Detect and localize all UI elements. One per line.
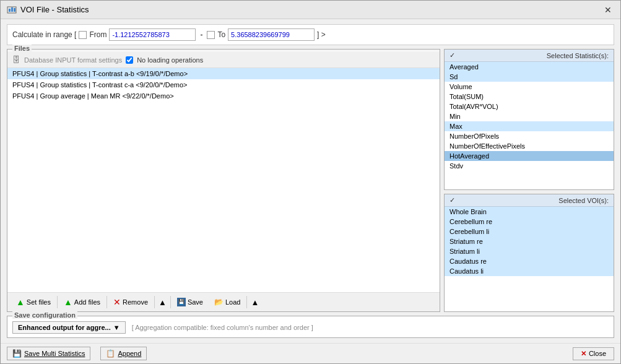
sep3	[154, 296, 155, 308]
save-config-row: Enhanced output for aggre... ▼ [ Aggrega…	[12, 321, 609, 334]
list-item[interactable]: PFUS4 | Group average | Mean MR <9/22/0/…	[7, 90, 440, 102]
from-checkbox[interactable]	[79, 31, 87, 39]
middle-section: Files 🗄 Database INPUT format settings N…	[7, 49, 614, 312]
vois-list: Whole Brain Cerebellum re Cerebellum li …	[445, 207, 614, 311]
title-bar: VOI File - Statistics ✕	[1, 1, 620, 19]
save-multi-stats-button[interactable]: 💾 Save Multi Statistics	[7, 347, 90, 360]
files-footer: ▲ Set files ▲ Add files ✕ Remove ▲	[7, 293, 440, 311]
range-dash: -	[198, 30, 204, 39]
voi-item-caudatusre[interactable]: Caudatus re	[445, 256, 614, 266]
remove-button[interactable]: ✕ Remove	[108, 295, 153, 309]
stat-item-numeffpixels[interactable]: NumberOfEffectivePixels	[445, 141, 614, 151]
voi-item-wholebrain[interactable]: Whole Brain	[445, 207, 614, 217]
up-arrow-icon: ▲	[156, 298, 169, 307]
range-bar: Calculate in range [ From - To ] >	[7, 24, 614, 45]
append-icon: 📋	[106, 349, 115, 358]
list-item[interactable]: PFUS4 | Group statistics | T-contrast c-…	[7, 79, 440, 90]
no-loading-checkbox[interactable]	[126, 56, 133, 64]
svg-rect-3	[14, 8, 15, 12]
bottom-left: 💾 Save Multi Statistics 📋 Append	[7, 347, 147, 360]
title-bar-left: VOI File - Statistics	[7, 5, 89, 15]
stat-item-totalavrvol[interactable]: Total(AVR*VOL)	[445, 102, 614, 111]
remove-icon: ✕	[113, 297, 121, 307]
stat-item-hotaveraged[interactable]: HotAveraged	[445, 151, 614, 161]
main-window: VOI File - Statistics ✕ Calculate in ran…	[0, 0, 621, 364]
files-list: PFUS4 | Group statistics | T-contrast a-…	[7, 68, 440, 293]
list-item[interactable]: PFUS4 | Group statistics | T-contrast a-…	[7, 68, 440, 79]
voi-item-striatumli[interactable]: Striatum li	[445, 246, 614, 256]
statistics-panel: ✓ Selected Statistic(s): Averaged Sd Vol…	[444, 49, 614, 190]
to-label: To	[217, 30, 225, 39]
append-label: Append	[118, 350, 141, 357]
voi-item-caudatusli[interactable]: Caudatus li	[445, 266, 614, 276]
window-icon	[7, 5, 17, 15]
db-icon: 🗄	[12, 55, 20, 64]
add-files-button[interactable]: ▲ Add files	[59, 295, 105, 309]
dropdown-label: Enhanced output for aggre...	[18, 324, 111, 331]
down-arrow-icon: ▲	[248, 298, 261, 307]
save-config-section: Save configuration Enhanced output for a…	[7, 316, 614, 338]
stat-item-numpixels[interactable]: NumberOfPixels	[445, 131, 614, 141]
voi-item-cerebellumli[interactable]: Cerebellum li	[445, 227, 614, 236]
files-panel: Files 🗄 Database INPUT format settings N…	[7, 49, 440, 312]
vois-title: Selected VOI(s):	[558, 197, 609, 204]
db-format-label: Database INPUT format settings	[24, 56, 122, 64]
to-checkbox[interactable]	[207, 31, 215, 39]
range-label: Calculate in range [	[12, 30, 76, 39]
files-legend: Files	[12, 45, 32, 52]
aggregation-msg: [ Aggregation compatible: fixed column's…	[132, 324, 313, 331]
stat-item-totalsum[interactable]: Total(SUM)	[445, 92, 614, 102]
sep5	[246, 296, 247, 308]
dropdown-arrow-icon: ▼	[113, 324, 120, 331]
save-button[interactable]: 💾 Save	[172, 296, 208, 308]
append-button[interactable]: 📋 Append	[100, 347, 147, 360]
stat-item-sd[interactable]: Sd	[445, 72, 614, 82]
save-icon: 💾	[177, 298, 186, 306]
statistics-header: ✓ Selected Statistic(s):	[445, 50, 614, 62]
close-button[interactable]: ✕ Close	[573, 347, 614, 360]
set-files-button[interactable]: ▲ Set files	[11, 295, 56, 309]
sep4	[170, 296, 171, 308]
svg-rect-2	[11, 7, 13, 12]
vois-panel: ✓ Selected VOI(s): Whole Brain Cerebellu…	[444, 194, 614, 312]
voi-item-cerebellumre[interactable]: Cerebellum re	[445, 217, 614, 227]
stat-item-min[interactable]: Min	[445, 111, 614, 121]
stat-item-volume[interactable]: Volume	[445, 82, 614, 92]
load-button[interactable]: 📂 Load	[209, 296, 245, 308]
files-toolbar: 🗄 Database INPUT format settings No load…	[7, 52, 440, 68]
to-input[interactable]	[228, 28, 315, 41]
add-files-icon: ▲	[64, 297, 72, 307]
sep2	[106, 296, 107, 308]
save-multi-icon: 💾	[12, 349, 22, 358]
from-label: From	[89, 30, 106, 39]
window-close-button[interactable]: ✕	[602, 4, 614, 16]
stat-item-stdv[interactable]: Stdv	[445, 161, 614, 171]
vois-header: ✓ Selected VOI(s):	[445, 194, 614, 207]
stat-item-max[interactable]: Max	[445, 121, 614, 131]
svg-rect-1	[9, 9, 11, 12]
stats-check: ✓	[449, 51, 455, 59]
bottom-bar: 💾 Save Multi Statistics 📋 Append ✕ Close	[1, 343, 620, 363]
no-loading-label: No loading operations	[137, 56, 203, 64]
from-input[interactable]	[109, 28, 196, 41]
main-content: Calculate in range [ From - To ] > Files…	[1, 19, 620, 343]
save-multi-label: Save Multi Statistics	[24, 350, 85, 357]
sep	[57, 296, 58, 308]
stat-item-averaged[interactable]: Averaged	[445, 62, 614, 72]
load-icon: 📂	[214, 298, 224, 306]
vois-check: ✓	[449, 196, 455, 204]
statistics-list: Averaged Sd Volume Total(SUM) Total(AVR*…	[445, 62, 614, 189]
close-icon: ✕	[581, 350, 586, 358]
window-title: VOI File - Statistics	[20, 5, 89, 14]
voi-item-striatumre[interactable]: Striatum re	[445, 236, 614, 246]
save-config-legend: Save configuration	[12, 311, 77, 319]
enhanced-output-dropdown[interactable]: Enhanced output for aggre... ▼	[12, 321, 126, 334]
range-suffix: ] >	[317, 30, 326, 39]
stats-title: Selected Statistic(s):	[547, 52, 609, 59]
right-panels: ✓ Selected Statistic(s): Averaged Sd Vol…	[444, 49, 614, 312]
set-files-icon: ▲	[16, 297, 25, 307]
